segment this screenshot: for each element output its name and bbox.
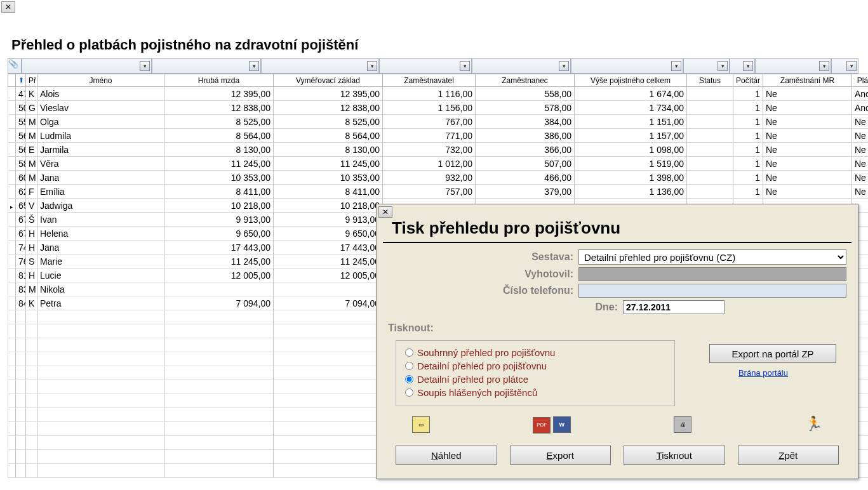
nahled-button[interactable]: Náhled [396,446,497,465]
radio-option[interactable]: Souhrnný přehled pro pojišťovnu [405,346,665,359]
cell-vymer: 10 353,00 [274,171,383,185]
cell-zmr: Ne [763,143,852,157]
window-close-button[interactable]: ✕ [1,1,15,13]
filter-cell-9[interactable]: ▾ [755,58,831,74]
filter-cell-2[interactable]: ▾ [152,58,261,74]
table-row[interactable]: 60MJana10 353,0010 353,00932,00466,001 3… [8,171,869,185]
cell-id: 67 [16,213,26,227]
cell-jmeno: Vieslav [37,101,164,115]
label-sestava: Sestava: [388,251,578,263]
cell-vyse: 1 398,00 [575,171,687,185]
telefon-input[interactable] [578,284,846,298]
tisknout-button[interactable]: Tisknout [624,446,725,465]
cell-zec: 384,00 [476,115,575,129]
cell-status [687,115,733,129]
col-platce[interactable]: Plátce [852,74,869,87]
table-row[interactable]: 47KAlois12 395,0012 395,001 116,00558,00… [8,87,869,101]
radio-option[interactable]: Soupis hlášených pojištěnců [405,386,665,399]
col-rowmark[interactable] [8,74,16,87]
cell-vymer: 10 218,00 [274,199,383,213]
col-zamestnanec[interactable]: Zaměstnanec [476,74,575,87]
zpet-button[interactable]: Zpět [738,446,839,465]
col-zamestnani[interactable]: Zaměstnání MR [763,74,852,87]
cell-id: 83 [16,282,26,296]
printer-icon[interactable]: 🖨 [674,416,691,433]
chevron-down-icon[interactable]: ▾ [460,61,470,71]
filter-cell-7[interactable]: ▾ [683,58,730,74]
col-sort[interactable]: ⬆ [16,74,26,87]
col-status[interactable]: Status [687,74,733,87]
chevron-down-icon[interactable]: ▾ [718,61,728,71]
cell-jmeno: Alois [37,87,164,101]
radio-input[interactable] [405,388,413,397]
col-vyse[interactable]: Výše pojistného celkem [575,74,687,87]
radio-option[interactable]: Detailní přehled pro pojišťovnu [405,359,665,373]
filter-cell-4[interactable]: ▾ [379,58,472,74]
dialog-button-row: Náhled Export Tisknout Zpět [396,446,839,465]
chevron-down-icon[interactable]: ▾ [559,61,569,71]
table-row[interactable]: 56EJarmila8 130,008 130,00732,00366,001 … [8,143,869,157]
col-pr[interactable]: Př [26,74,37,87]
filter-cell-1[interactable]: ▾ [22,58,152,74]
label-dne: Dne: [388,301,623,313]
label-tisknout: Tisknout: [388,322,434,334]
cell-jmeno: Nikola [37,282,164,296]
table-row[interactable]: 55MOlga8 525,008 525,00767,00384,001 151… [8,115,869,129]
col-jmeno[interactable]: Jméno [37,74,164,87]
cell-pr: G [26,101,37,115]
filter-cell-6[interactable]: ▾ [571,58,683,74]
cell-zvat: 1 012,00 [383,157,476,171]
filter-cell-8[interactable]: ▾ [730,58,755,74]
preview-icon[interactable]: ▭ [412,416,430,433]
chevron-down-icon[interactable]: ▾ [743,61,753,71]
radio-label: Soupis hlášených pojištěnců [417,387,537,398]
chevron-down-icon[interactable]: ▾ [367,61,377,71]
cell-pl: Ne [852,115,869,129]
radio-option[interactable]: Detailní přehled pro plátce [405,373,665,386]
cell-vymer: 9 650,00 [274,227,383,241]
col-hruba[interactable]: Hrubá mzda [164,74,274,87]
table-row[interactable]: 62FEmília8 411,008 411,00757,00379,001 1… [8,185,869,199]
cell-id: 55 [16,115,26,129]
cell-pl: Ne [852,171,869,185]
chevron-down-icon[interactable]: ▾ [846,61,857,71]
cell-poc: 1 [733,171,763,185]
cell-pr: E [26,143,37,157]
cell-pr: H [26,241,37,255]
table-row[interactable]: 56MLudmila8 564,008 564,00771,00386,001 … [8,129,869,143]
table-row[interactable]: 58MVěra11 245,0011 245,001 012,00507,001… [8,157,869,171]
cell-pr: V [26,199,37,213]
row-marker [8,115,16,129]
col-pocitar[interactable]: Počítár [733,74,763,87]
filter-cell-3[interactable]: ▾ [261,58,379,74]
exit-icon[interactable]: 🏃 [805,416,822,433]
chevron-down-icon[interactable]: ▾ [249,61,259,71]
dialog-close-button[interactable]: ✕ [378,206,392,218]
radio-input[interactable] [405,375,413,383]
cell-hruba: 9 913,00 [164,213,274,227]
sestava-select[interactable]: Detailní přehled pro pojišťovnu (CZ) [578,249,846,265]
cell-hruba: 12 395,00 [164,87,274,101]
col-zamestnavatel[interactable]: Zaměstnavatel [383,74,476,87]
chevron-down-icon[interactable]: ▾ [671,61,681,71]
export-portal-button[interactable]: Export na portál ZP [709,344,836,363]
word-icon[interactable]: W [553,416,571,433]
chevron-down-icon[interactable]: ▾ [140,61,150,71]
filter-cell-5[interactable]: ▾ [472,58,571,74]
export-button[interactable]: Export [510,446,611,465]
row-marker [8,143,16,157]
filter-cell-attach[interactable]: 📎 [8,58,22,74]
filter-cell-10[interactable]: ▾ [831,58,858,74]
portal-link[interactable]: Brána portálu [738,368,788,378]
dne-input[interactable] [623,300,724,314]
vyhotovil-input[interactable] [578,267,846,281]
pdf-icon[interactable]: PDF [533,417,551,434]
table-row[interactable]: 50GVieslav12 838,0012 838,001 156,00578,… [8,101,869,115]
radio-input[interactable] [405,348,413,357]
col-vymer[interactable]: Vyměřovací základ [274,74,383,87]
cell-jmeno: Jana [37,171,164,185]
chevron-down-icon[interactable]: ▾ [819,61,829,71]
cell-vyse: 1 157,00 [575,129,687,143]
cell-hruba: 7 094,00 [164,296,274,310]
radio-input[interactable] [405,362,413,370]
